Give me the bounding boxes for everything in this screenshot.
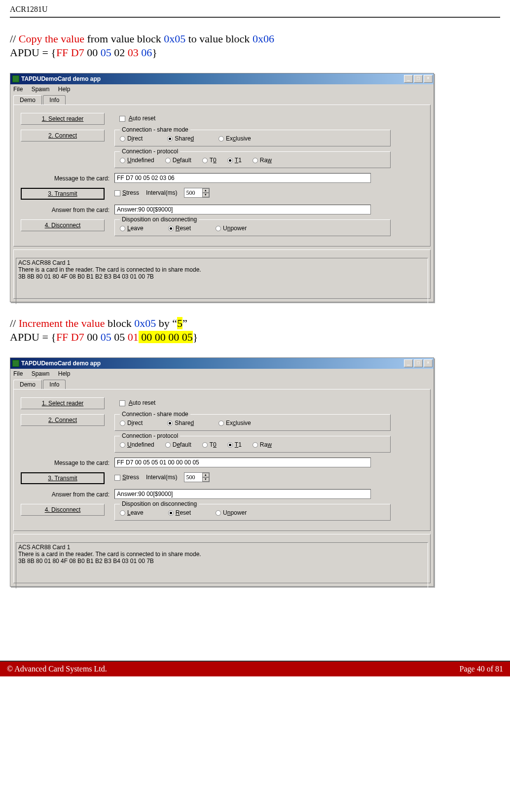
comment-line-1: // Copy the value from value block 0x05 … bbox=[10, 33, 500, 45]
radio-undefined-label: Undefined bbox=[127, 441, 154, 448]
menu-help[interactable]: Help bbox=[58, 86, 71, 93]
share-mode-fieldset: Connection - share mode Direct Shared Ex… bbox=[114, 414, 391, 431]
radio-leave-label: Leave bbox=[127, 225, 144, 232]
maximize-button[interactable]: □ bbox=[414, 75, 423, 83]
maximize-button[interactable]: □ bbox=[414, 359, 423, 367]
titlebar-text: TAPDUDemoCard demo app bbox=[21, 75, 404, 82]
apdu-prefix: APDU = { bbox=[10, 46, 56, 59]
interval-spinner[interactable]: ▴▾ bbox=[184, 188, 210, 198]
radio-t1[interactable] bbox=[227, 442, 233, 448]
radio-t1-label: T1 bbox=[235, 157, 242, 164]
menu-file[interactable]: File bbox=[13, 370, 23, 377]
close-button[interactable]: × bbox=[424, 359, 433, 367]
minimize-button[interactable]: _ bbox=[404, 359, 413, 367]
menu-spawn[interactable]: Spawn bbox=[32, 86, 50, 93]
radio-shared[interactable] bbox=[167, 421, 173, 426]
radio-leave[interactable] bbox=[120, 510, 125, 516]
radio-reset[interactable] bbox=[168, 226, 174, 231]
menu-spawn[interactable]: Spawn bbox=[32, 370, 50, 377]
tab-demo[interactable]: Demo bbox=[13, 380, 42, 389]
connect-button[interactable]: 2. Connect bbox=[21, 414, 105, 426]
radio-t0[interactable] bbox=[202, 158, 208, 163]
disposition-legend: Disposition on disconnecting bbox=[120, 216, 199, 223]
radio-default[interactable] bbox=[165, 442, 171, 448]
titlebar[interactable]: TAPDUDemoCard demo app _ □ × bbox=[10, 73, 434, 84]
disposition-fieldset: Disposition on disconnecting Leave Reset… bbox=[114, 504, 391, 521]
tab-info[interactable]: Info bbox=[43, 95, 66, 105]
radio-raw-label: Raw bbox=[260, 441, 272, 448]
apdu-byte: 05 bbox=[101, 46, 111, 59]
radio-default-label: Default bbox=[173, 157, 191, 164]
page-footer: © Advanced Card Systems Ltd. Page 40 of … bbox=[0, 662, 510, 676]
radio-leave-label: Leave bbox=[127, 509, 144, 516]
comment-text: by “ bbox=[156, 317, 177, 329]
interval-input[interactable] bbox=[184, 188, 202, 197]
connect-button[interactable]: 2. Connect bbox=[21, 130, 105, 141]
spinner-down-icon[interactable]: ▾ bbox=[202, 193, 209, 197]
select-reader-button[interactable]: 1. Select reader bbox=[21, 113, 105, 125]
comment-action: Copy the value bbox=[19, 33, 84, 45]
close-button[interactable]: × bbox=[424, 75, 433, 83]
minimize-button[interactable]: _ bbox=[404, 75, 413, 83]
transmit-button[interactable]: 3. Transmit bbox=[21, 472, 105, 484]
spinner-up-icon[interactable]: ▴ bbox=[202, 473, 209, 477]
comment-text: from value block bbox=[84, 33, 164, 45]
titlebar[interactable]: TAPDUDemoCard demo app _ □ × bbox=[10, 358, 434, 369]
radio-direct[interactable] bbox=[120, 136, 125, 141]
disconnect-button[interactable]: 4. Disconnect bbox=[21, 219, 105, 231]
radio-t0-label: T0 bbox=[210, 441, 217, 448]
menu-help[interactable]: Help bbox=[58, 370, 71, 377]
select-reader-button[interactable]: 1. Select reader bbox=[21, 397, 105, 409]
interval-label: Interval(ms) bbox=[146, 189, 177, 196]
message-input[interactable] bbox=[114, 173, 371, 183]
tab-demo[interactable]: Demo bbox=[13, 95, 42, 105]
radio-unpower[interactable] bbox=[216, 510, 221, 516]
app-icon bbox=[12, 75, 19, 82]
tab-panel: 1. Select reader Auto reset 2. Connect C… bbox=[13, 389, 431, 531]
stress-checkbox[interactable] bbox=[114, 475, 120, 481]
stress-label: Stress bbox=[122, 474, 139, 481]
answer-output bbox=[114, 489, 371, 499]
footer-right: Page 40 of 81 bbox=[460, 665, 503, 673]
answer-label: Answer from the card: bbox=[21, 489, 114, 498]
autoreset-checkbox[interactable] bbox=[119, 400, 125, 406]
doc-header: ACR1281U bbox=[10, 5, 500, 14]
share-mode-legend: Connection - share mode bbox=[120, 126, 190, 133]
protocol-legend: Connection - protocol bbox=[120, 432, 180, 439]
radio-t0[interactable] bbox=[202, 442, 208, 448]
disconnect-button[interactable]: 4. Disconnect bbox=[21, 504, 105, 516]
comment-text: block bbox=[105, 317, 134, 329]
radio-undefined[interactable] bbox=[120, 442, 125, 448]
radio-unpower[interactable] bbox=[216, 226, 221, 231]
stress-checkbox[interactable] bbox=[114, 190, 120, 196]
autoreset-checkbox[interactable] bbox=[119, 116, 125, 122]
message-input[interactable] bbox=[114, 458, 371, 467]
tab-info[interactable]: Info bbox=[43, 380, 66, 389]
radio-direct[interactable] bbox=[120, 421, 125, 426]
interval-input[interactable] bbox=[184, 473, 202, 482]
status-box: ACS ACR88 Card 1 There is a card in the … bbox=[13, 534, 431, 583]
interval-spinner[interactable]: ▴▾ bbox=[184, 472, 210, 482]
radio-reset[interactable] bbox=[168, 510, 174, 516]
apdu-suffix: } bbox=[152, 46, 157, 59]
radio-leave[interactable] bbox=[120, 226, 125, 231]
radio-exclusive[interactable] bbox=[219, 136, 224, 141]
radio-exclusive[interactable] bbox=[219, 421, 224, 426]
spinner-down-icon[interactable]: ▾ bbox=[202, 477, 209, 482]
spinner-up-icon[interactable]: ▴ bbox=[202, 188, 209, 193]
comment-slash: // bbox=[10, 33, 19, 45]
tabbar: Demo Info bbox=[10, 94, 434, 105]
apdu-byte: 05 bbox=[111, 331, 128, 343]
radio-default[interactable] bbox=[165, 158, 171, 163]
radio-raw[interactable] bbox=[253, 158, 258, 163]
footer-left: © Advanced Card Systems Ltd. bbox=[7, 665, 107, 673]
radio-raw[interactable] bbox=[253, 442, 258, 448]
status-text: ACS ACR88 Card 1 There is a card in the … bbox=[16, 258, 428, 304]
transmit-button[interactable]: 3. Transmit bbox=[21, 188, 105, 200]
radio-t1[interactable] bbox=[227, 158, 233, 163]
share-mode-fieldset: Connection - share mode Direct Shared Ex… bbox=[114, 130, 391, 146]
radio-undefined[interactable] bbox=[120, 158, 125, 163]
apdu-byte: 06 bbox=[139, 46, 152, 59]
radio-shared[interactable] bbox=[167, 136, 173, 141]
menu-file[interactable]: File bbox=[13, 86, 23, 93]
